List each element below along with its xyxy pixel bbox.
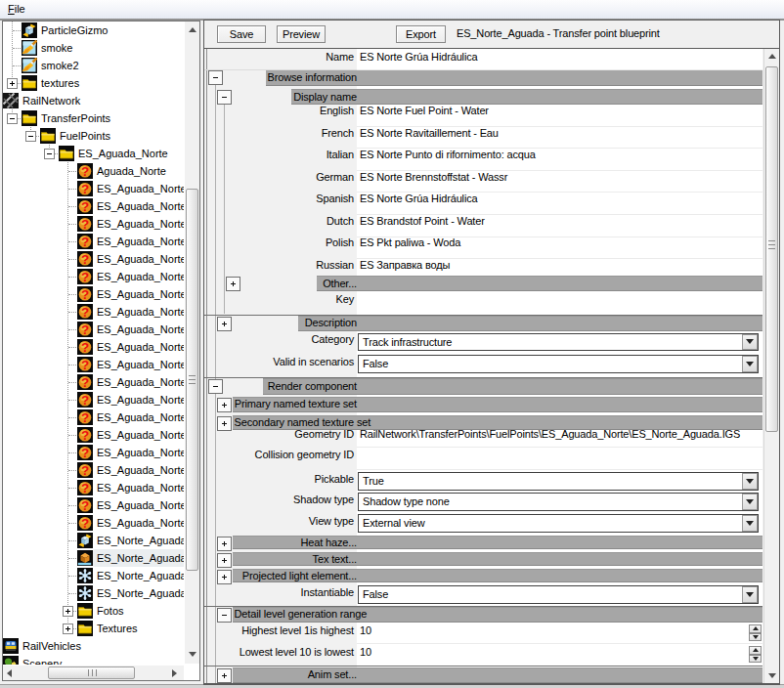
svg-text:?: ? (81, 287, 89, 302)
svg-text:?: ? (81, 235, 89, 249)
svg-text:?: ? (81, 182, 89, 196)
svg-text:?: ? (81, 252, 89, 267)
svg-text:?: ? (81, 358, 89, 372)
svg-text:?: ? (81, 446, 89, 460)
svg-text:?: ? (81, 393, 89, 408)
svg-text:?: ? (81, 340, 89, 355)
svg-text:?: ? (81, 481, 89, 495)
svg-text:?: ? (81, 428, 89, 443)
svg-text:?: ? (81, 410, 89, 425)
svg-text:?: ? (81, 270, 89, 284)
svg-text:?: ? (81, 305, 89, 320)
svg-text:?: ? (81, 375, 89, 390)
svg-text:?: ? (81, 199, 89, 214)
svg-text:?: ? (81, 516, 89, 531)
svg-text:?: ? (81, 322, 89, 337)
svg-text:?: ? (81, 498, 89, 513)
svg-text:?: ? (81, 164, 89, 179)
svg-text:?: ? (81, 217, 89, 232)
svg-text:?: ? (81, 463, 89, 478)
